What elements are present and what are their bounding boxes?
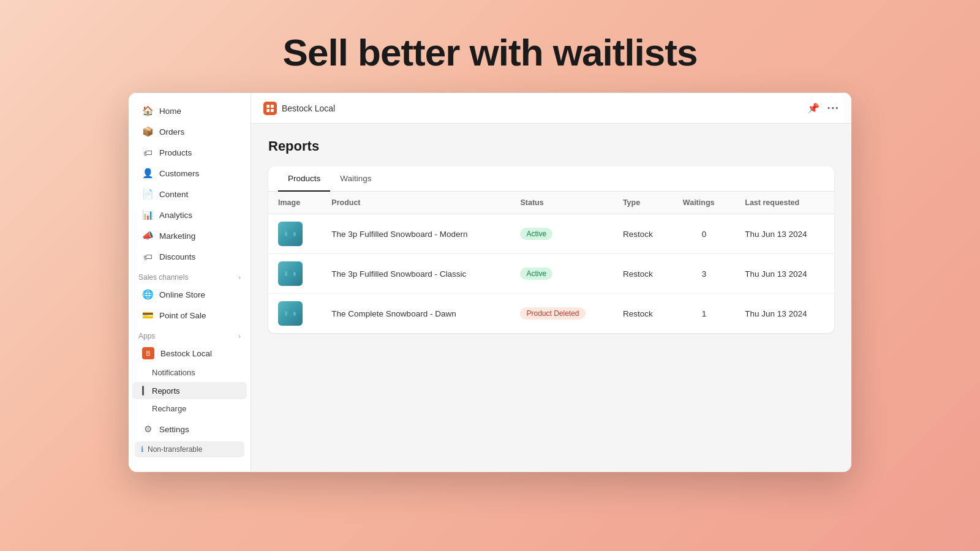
sub-item-label: Notifications: [152, 368, 195, 377]
top-bar-left: Bestock Local: [263, 102, 335, 115]
status-badge: Active: [520, 268, 552, 280]
sidebar-item-analytics[interactable]: 📊 Analytics: [132, 205, 247, 225]
more-button[interactable]: ···: [827, 101, 839, 115]
sidebar-item-label: Content: [159, 190, 188, 199]
reports-table: Image Product Status Type Waitings Last …: [268, 192, 834, 333]
cell-waitings: 0: [673, 214, 735, 254]
tab-products[interactable]: Products: [278, 167, 330, 192]
non-transferable-badge: ℹ Non-transferable: [135, 441, 244, 457]
pos-icon: 💳: [142, 310, 153, 321]
cell-image: [268, 294, 322, 334]
sidebar-item-label: Customers: [159, 169, 199, 178]
apps-section: Apps ›: [129, 326, 251, 343]
sidebar-sub-item-notifications[interactable]: Notifications: [132, 364, 247, 381]
page-body: Reports Products Waitings Image Product: [251, 124, 851, 472]
sidebar-item-content[interactable]: 📄 Content: [132, 184, 247, 204]
cell-last-requested: Thu Jun 13 2024: [735, 214, 834, 254]
sidebar-item-home[interactable]: 🏠 Home: [132, 101, 247, 121]
svg-rect-11: [289, 309, 292, 318]
cell-status: Active: [510, 214, 612, 254]
settings-icon: ⚙: [142, 424, 153, 435]
cell-product: The 3p Fulfilled Snowboard - Modern: [322, 214, 510, 254]
marketing-icon: 📣: [142, 230, 153, 241]
svg-rect-0: [266, 105, 270, 108]
non-transferable-label: Non-transferable: [148, 445, 202, 454]
sidebar-item-point-of-sale[interactable]: 💳 Point of Sale: [132, 305, 247, 325]
store-app-icon: [263, 102, 277, 115]
tab-waitings[interactable]: Waitings: [330, 167, 381, 192]
sidebar-sub-item-recharge[interactable]: Recharge: [132, 400, 247, 417]
cell-last-requested: Thu Jun 13 2024: [735, 254, 834, 294]
sidebar: 🏠 Home 📦 Orders 🏷 Products 👤 Customers 📄…: [129, 93, 251, 472]
cell-waitings: 3: [673, 254, 735, 294]
info-icon: ℹ: [141, 445, 144, 454]
settings-label: Settings: [159, 425, 189, 434]
col-waitings: Waitings: [673, 192, 735, 214]
svg-rect-5: [289, 230, 292, 238]
svg-rect-4: [285, 231, 287, 236]
product-thumbnail: [278, 222, 303, 246]
sidebar-item-customers[interactable]: 👤 Customers: [132, 163, 247, 183]
products-icon: 🏷: [142, 147, 153, 158]
chevron-right-icon-apps: ›: [238, 332, 241, 340]
sidebar-item-products[interactable]: 🏷 Products: [132, 143, 247, 162]
sidebar-item-label: Orders: [159, 127, 184, 137]
svg-rect-2: [266, 109, 270, 112]
bestock-local-app-icon: B: [142, 347, 154, 359]
home-icon: 🏠: [142, 105, 153, 116]
col-last-requested: Last requested: [735, 192, 834, 214]
svg-rect-10: [285, 311, 287, 316]
cell-last-requested: Thu Jun 13 2024: [735, 294, 834, 334]
sidebar-item-orders[interactable]: 📦 Orders: [132, 122, 247, 141]
svg-rect-3: [271, 109, 274, 112]
app-layout: 🏠 Home 📦 Orders 🏷 Products 👤 Customers 📄…: [129, 93, 851, 472]
cell-product: The 3p Fulfilled Snowboard - Classic: [322, 254, 510, 294]
discounts-icon: 🏷: [142, 251, 153, 262]
sales-channels-section: Sales channels ›: [129, 267, 251, 284]
svg-rect-8: [289, 269, 292, 278]
cell-image: [268, 214, 322, 254]
sidebar-item-online-store[interactable]: 🌐 Online Store: [132, 285, 247, 304]
sub-item-label: Reports: [152, 386, 180, 395]
analytics-icon: 📊: [142, 209, 153, 220]
cell-product: The Complete Snowboard - Dawn: [322, 294, 510, 334]
cell-image: [268, 254, 322, 294]
main-content: Bestock Local 📌 ··· Reports Products Wai…: [251, 93, 851, 472]
product-thumbnail: [278, 301, 303, 326]
sidebar-item-label: Home: [159, 107, 181, 116]
sidebar-bottom: ⚙ Settings ℹ Non-transferable: [129, 419, 251, 465]
cell-type: Restock: [613, 294, 673, 334]
sidebar-sub-item-reports[interactable]: Reports: [132, 382, 247, 399]
product-thumbnail: [278, 261, 303, 286]
hero-title: Sell better with waitlists: [283, 31, 698, 74]
online-store-icon: 🌐: [142, 289, 153, 300]
table-tabs: Products Waitings: [268, 167, 834, 192]
sidebar-item-marketing[interactable]: 📣 Marketing: [132, 226, 247, 246]
page-title: Reports: [268, 138, 834, 154]
sidebar-item-label: Discounts: [159, 252, 195, 261]
sidebar-item-bestock-local[interactable]: B Bestock Local: [132, 343, 247, 363]
cell-type: Restock: [613, 214, 673, 254]
svg-rect-12: [293, 312, 296, 316]
content-icon: 📄: [142, 189, 153, 200]
chevron-right-icon: ›: [238, 274, 241, 281]
sales-channels-label: Sales channels: [138, 273, 188, 282]
top-bar-actions: 📌 ···: [807, 101, 839, 115]
status-badge: Active: [520, 228, 552, 240]
sidebar-item-label: Products: [159, 148, 192, 157]
col-status: Status: [510, 192, 612, 214]
customers-icon: 👤: [142, 168, 153, 179]
svg-rect-6: [293, 232, 296, 236]
cell-status: Product Deleted: [510, 294, 612, 334]
sidebar-item-settings[interactable]: ⚙ Settings: [132, 419, 247, 439]
cell-waitings: 1: [673, 294, 735, 334]
table-row: The 3p Fulfilled Snowboard - Modern Acti…: [268, 214, 834, 254]
pin-button[interactable]: 📌: [807, 102, 820, 114]
table-row: The 3p Fulfilled Snowboard - Classic Act…: [268, 254, 834, 294]
sidebar-item-label: Point of Sale: [159, 311, 206, 320]
cell-status: Active: [510, 254, 612, 294]
sidebar-item-discounts[interactable]: 🏷 Discounts: [132, 247, 247, 266]
sidebar-item-label: Online Store: [159, 290, 205, 299]
col-image: Image: [268, 192, 322, 214]
top-bar: Bestock Local 📌 ···: [251, 93, 851, 124]
